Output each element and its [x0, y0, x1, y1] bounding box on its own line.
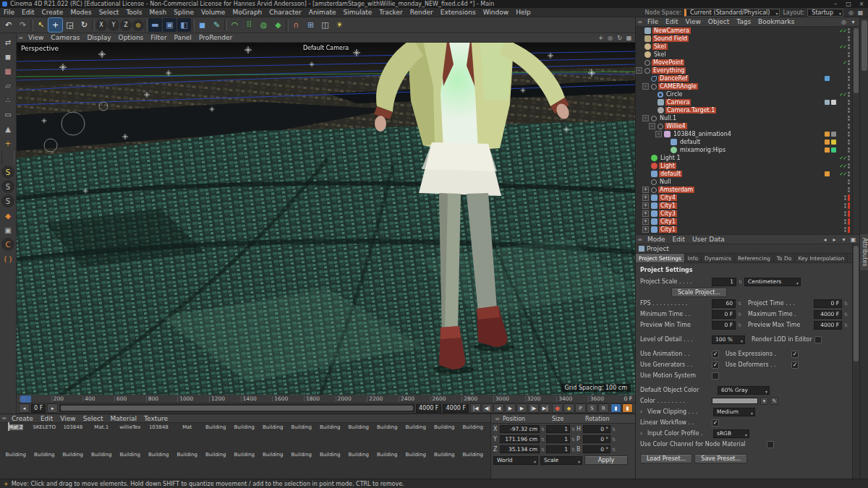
object-label[interactable]: Circle — [665, 91, 684, 98]
object-row[interactable]: + City4 — [636, 194, 852, 202]
expand-toggle[interactable]: + — [642, 218, 649, 225]
visibility-dots[interactable] — [844, 211, 846, 216]
spinner-icon[interactable]: ⇅ — [844, 301, 848, 306]
object-tag-icon[interactable] — [825, 187, 830, 192]
object-tag-icon[interactable] — [831, 140, 836, 145]
material-item[interactable]: 103848 — [145, 423, 174, 450]
object-label[interactable]: DanceRef — [658, 75, 689, 82]
lock-button[interactable]: ▣ — [1, 223, 14, 236]
project-scale-unit-select[interactable]: Centimeters — [744, 278, 801, 286]
fps-field[interactable]: 60 — [712, 299, 736, 308]
attribute-menu-item[interactable]: User Data — [689, 236, 728, 243]
spinner-icon[interactable]: ⇅ — [541, 427, 545, 432]
object-row[interactable]: + City1 — [636, 218, 852, 226]
object-tag-icon[interactable] — [825, 44, 830, 49]
live-selection-button[interactable]: ↖ — [34, 18, 48, 32]
visibility-dots[interactable] — [844, 203, 846, 208]
position-field[interactable]: -97.32 cm — [500, 425, 540, 433]
attribute-tab[interactable]: Project Settings — [636, 254, 685, 262]
object-label[interactable]: Camera — [665, 99, 691, 106]
color-swatch[interactable] — [712, 398, 758, 404]
expand-toggle[interactable]: - — [655, 131, 662, 137]
coordinates-burger-icon[interactable]: ≡ — [493, 416, 501, 422]
min-time-field[interactable]: 0 F — [712, 310, 736, 319]
object-label[interactable]: NewCamera — [652, 27, 691, 34]
object-row[interactable]: Skel ✓✓ — [636, 43, 852, 51]
expand-toggle[interactable]: - — [636, 67, 642, 74]
object-label[interactable]: Everything — [652, 67, 686, 74]
attribute-burger-icon[interactable]: ≡ — [636, 236, 644, 243]
menu-item[interactable]: Mesh — [146, 9, 171, 16]
attribute-menu-item[interactable]: Mode — [644, 236, 669, 243]
object-row[interactable]: Camera — [636, 98, 852, 106]
material-item[interactable]: Building — [145, 450, 174, 478]
node-space-select[interactable]: Current (Standard/Physical) — [684, 9, 780, 17]
object-tag-icon[interactable] — [831, 44, 836, 49]
object-tag-icon[interactable] — [821, 195, 826, 200]
search-icon[interactable]: ◎ — [846, 9, 856, 17]
convert-object-button[interactable]: ⇄ — [1, 35, 14, 48]
material-menu-item[interactable]: Select — [80, 415, 107, 422]
visibility-dots[interactable] — [848, 68, 850, 73]
keyframe-mode-button[interactable]: ▮ — [622, 403, 633, 413]
object-row[interactable]: DanceRef — [636, 74, 852, 82]
object-tag-icon[interactable] — [825, 171, 830, 176]
play-button[interactable]: ▶ — [505, 403, 516, 413]
jump-start-button[interactable]: |◀ — [470, 403, 481, 413]
menu-item[interactable]: Tools — [122, 9, 145, 16]
texture-mode-button[interactable]: ▦ — [1, 64, 14, 77]
material-item[interactable]: Building — [202, 450, 231, 478]
object-label[interactable]: City4 — [659, 194, 677, 201]
visibility-dots[interactable] — [848, 163, 850, 168]
material-item[interactable]: Building — [373, 450, 402, 478]
attribute-tab[interactable]: To Do — [774, 254, 796, 262]
workplane-mode-button[interactable]: ▱ — [1, 79, 14, 92]
object-tag-icon[interactable] — [831, 76, 836, 81]
use-motion-checkbox[interactable] — [712, 372, 719, 380]
object-tag-icon[interactable] — [827, 227, 833, 232]
object-label[interactable]: default — [678, 139, 702, 145]
object-tag-icon[interactable] — [831, 163, 836, 168]
preview-min-field[interactable]: 0 F — [712, 321, 736, 330]
object-tag-icon[interactable] — [825, 68, 830, 73]
light-button[interactable]: ☀ — [333, 18, 346, 32]
object-row[interactable]: - Null.1 — [636, 114, 852, 122]
keyframe-scale-button[interactable]: S — [587, 403, 597, 413]
material-item[interactable]: Building — [287, 450, 316, 478]
pin-icon[interactable]: ▾ — [839, 236, 848, 244]
spinner-icon[interactable]: ⇅ — [844, 312, 848, 317]
object-label[interactable]: City1 — [659, 226, 677, 233]
visibility-dots[interactable] — [848, 147, 850, 153]
object-tag-icon[interactable] — [831, 60, 836, 65]
enable-checkmark[interactable]: ✓✓ — [838, 44, 846, 50]
object-tag-icon[interactable] — [825, 36, 830, 41]
object-tag-icon[interactable] — [831, 155, 836, 160]
mode-select[interactable]: Scale — [540, 456, 582, 465]
material-item[interactable]: Mat 2 — [1, 423, 30, 450]
timeline-slider[interactable] — [59, 404, 414, 412]
material-item[interactable]: willieTex — [116, 423, 145, 450]
menu-item[interactable]: Tracker — [375, 9, 406, 16]
maximize-button[interactable]: □ — [842, 0, 855, 8]
object-menu-item[interactable]: Bookmarks — [754, 18, 798, 25]
object-row[interactable]: NewCamera ✓✓ — [636, 27, 852, 35]
object-tag-icon[interactable] — [831, 36, 836, 41]
visibility-dots[interactable] — [848, 187, 850, 192]
material-item[interactable]: Building — [59, 450, 88, 478]
object-tag-icon[interactable] — [827, 211, 833, 216]
material-item[interactable]: Building — [202, 423, 231, 450]
spinner-icon[interactable]: ⇅ — [844, 322, 848, 328]
visibility-dots[interactable] — [848, 100, 850, 105]
object-tag-icon[interactable] — [831, 100, 836, 105]
object-tag-icon[interactable] — [821, 211, 826, 216]
material-item[interactable]: Mat.1 — [88, 423, 116, 450]
visibility-dots[interactable] — [848, 116, 850, 121]
next-key-button[interactable]: |▶ — [528, 403, 539, 413]
object-label[interactable]: 103848_animation4 — [672, 131, 733, 137]
rotate-tool-button[interactable]: ↻ — [77, 18, 91, 32]
project-scale-field[interactable]: 1 — [712, 278, 736, 286]
search-icon[interactable]: ◎ — [839, 18, 848, 26]
current-frame-marker[interactable] — [20, 395, 31, 403]
scale-tool-button[interactable]: ◲ — [63, 18, 77, 32]
lock-y-button[interactable]: Y — [108, 20, 119, 31]
